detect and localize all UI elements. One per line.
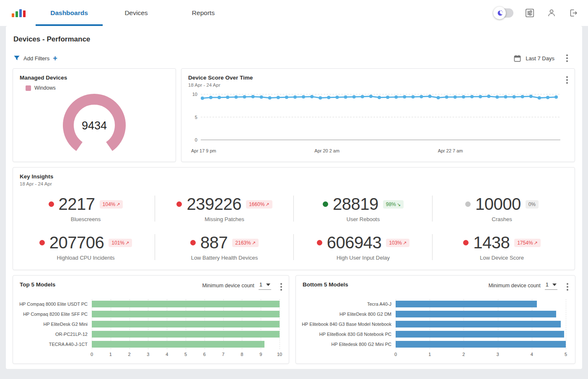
bar-category-label: HP Compaq 8200 Elite SFF PC <box>20 309 92 319</box>
add-filters-button[interactable]: Add Filters + <box>13 55 57 62</box>
metric-change-badge: 98%↘ <box>383 200 404 209</box>
logo-bar <box>12 13 14 17</box>
key-insights-grid: 2217104%↗Bluescreens2392261660%↗Missing … <box>16 189 571 266</box>
metric-bluescreens: 2217104%↗Bluescreens <box>16 189 155 228</box>
metric-status-dot <box>176 201 182 207</box>
bar <box>396 321 561 327</box>
metric-change-badge: 104%↗ <box>100 200 123 209</box>
card-header: Top 5 Models Minimum device count 1 <box>13 276 289 292</box>
legend[interactable]: Windows <box>26 85 169 91</box>
app-logo-icon[interactable] <box>12 9 26 17</box>
tab-devices[interactable]: Devices <box>103 0 170 26</box>
x-tick-label: 2 <box>462 352 465 357</box>
x-tick-label: 3 <box>497 352 499 357</box>
bar <box>92 321 280 327</box>
bar-category-label: HP EliteBook 830 G8 Notebook PC <box>303 329 396 339</box>
bar <box>396 311 556 317</box>
tab-dashboards[interactable]: Dashboards <box>36 0 103 26</box>
bar <box>396 341 566 348</box>
legend-swatch-windows <box>26 85 31 91</box>
metric-change-badge: 0% <box>526 200 539 209</box>
metric-label: Bluescreens <box>71 216 101 222</box>
user-icon[interactable] <box>546 8 557 18</box>
key-insights-card: Key Insights 18 Apr - 24 Apr 2217104%↗Bl… <box>13 167 575 270</box>
x-tick-label: 8 <box>241 352 243 357</box>
card-title: Key Insights <box>20 173 568 180</box>
logo-bar <box>16 11 18 17</box>
metric-value: 207706 <box>49 233 104 252</box>
metric-label: Missing Patches <box>205 216 244 222</box>
x-tick-label: 4 <box>166 352 168 357</box>
metric-status-dot <box>465 201 471 207</box>
metric-status-dot <box>317 240 322 245</box>
tab-reports[interactable]: Reports <box>170 0 237 26</box>
logo-bar <box>19 9 22 17</box>
bar-labels-column: Tecra A40-JHP EliteDesk 800 G2 DMHP Elit… <box>303 299 396 359</box>
top-models-card: Top 5 Models Minimum device count 1 HP C… <box>13 275 289 364</box>
metric-change-badge: 2163%↗ <box>232 239 259 247</box>
metric-label: High User Input Delay <box>337 255 390 261</box>
metric-status-dot <box>190 240 196 245</box>
bar-category-label: HP EliteDesk G2 Mini <box>20 319 92 329</box>
x-tick-label: 1 <box>428 352 431 357</box>
metric-value: 28819 <box>333 195 378 214</box>
display-preferences-icon[interactable] <box>524 8 535 18</box>
metric-change-badge: 101%↗ <box>109 239 132 247</box>
logout-icon[interactable] <box>568 8 579 18</box>
bar-category-label: OR-PC21LP-12 <box>20 329 92 339</box>
metric-value: 2217 <box>59 195 95 214</box>
bar <box>92 331 280 338</box>
chevron-down-icon <box>266 284 270 286</box>
min-device-count-select[interactable]: Minimum device count 1 <box>488 281 557 290</box>
content-panel: Devices - Performance Add Filters + Last… <box>6 26 582 369</box>
card-title: Device Score Over Time <box>188 75 565 81</box>
metric-crashes: 100000%Crashes <box>433 189 571 228</box>
x-tick-label: 3 <box>147 352 149 357</box>
calendar-icon <box>513 54 521 62</box>
card-header: Device Score Over Time 18 Apr - 24 Apr <box>181 69 575 88</box>
plus-icon: + <box>53 55 57 61</box>
x-tick-label: 6 <box>203 352 206 357</box>
x-axis: 012345 <box>396 349 566 358</box>
min-device-count-select[interactable]: Minimum device count 1 <box>202 281 271 290</box>
metric-highload-cpu-incidents: 207706101%↗Highload CPU Incidents <box>16 228 155 266</box>
metric-status-dot <box>463 240 469 245</box>
metric-status-dot <box>49 201 54 207</box>
card-header: Bottom 5 Models Minimum device count 1 <box>296 276 575 292</box>
dark-mode-toggle[interactable] <box>494 8 513 18</box>
card-kebab-menu-icon[interactable] <box>565 75 570 85</box>
device-score-card: Device Score Over Time 18 Apr - 24 Apr 1… <box>181 68 575 162</box>
bar <box>396 331 564 338</box>
bar-labels-column: HP Compaq 8000 Elite USDT PCHP Compaq 82… <box>20 299 92 359</box>
device-score-chart: 1050Apr 17 9 pmApr 20 2 amApr 22 7 am <box>188 90 568 158</box>
card-kebab-menu-icon[interactable] <box>279 281 284 292</box>
metric-high-user-input-delay: 606943103%↗High User Input Delay <box>294 228 433 266</box>
metric-value: 887 <box>200 233 228 252</box>
bar-plot-area <box>92 299 280 349</box>
card-kebab-menu-icon[interactable] <box>565 281 570 292</box>
page-kebab-menu-icon[interactable] <box>565 53 570 64</box>
svg-text:Apr 17 9 pm: Apr 17 9 pm <box>191 148 216 153</box>
bar <box>92 311 280 317</box>
min-count-value: 1 <box>259 281 262 288</box>
x-tick-label: 1 <box>109 352 112 357</box>
managed-devices-card: Managed Devices Windows 9434 <box>13 68 176 162</box>
card-title: Top 5 Models <box>20 281 202 288</box>
metric-label: User Reboots <box>347 216 380 222</box>
date-range-button[interactable]: Last 7 Days <box>513 54 554 62</box>
gauge-value: 9434 <box>52 119 136 132</box>
screen: Dashboards Devices Reports <box>0 0 588 379</box>
x-axis: 012345678910 <box>92 349 280 358</box>
x-tick-label: 0 <box>394 352 397 357</box>
x-tick-label: 2 <box>128 352 131 357</box>
gridline <box>280 299 280 349</box>
svg-text:Apr 22 7 am: Apr 22 7 am <box>438 148 463 153</box>
bar-category-label: HP EliteDesk 800 G2 DM <box>303 309 396 319</box>
bottom-models-card: Bottom 5 Models Minimum device count 1 T… <box>295 275 575 364</box>
chevron-down-icon <box>552 284 557 286</box>
moon-icon <box>493 7 506 19</box>
add-filters-label: Add Filters <box>23 55 49 62</box>
bar <box>92 341 264 348</box>
svg-text:5: 5 <box>195 115 197 120</box>
card-title: Managed Devices <box>20 75 169 81</box>
